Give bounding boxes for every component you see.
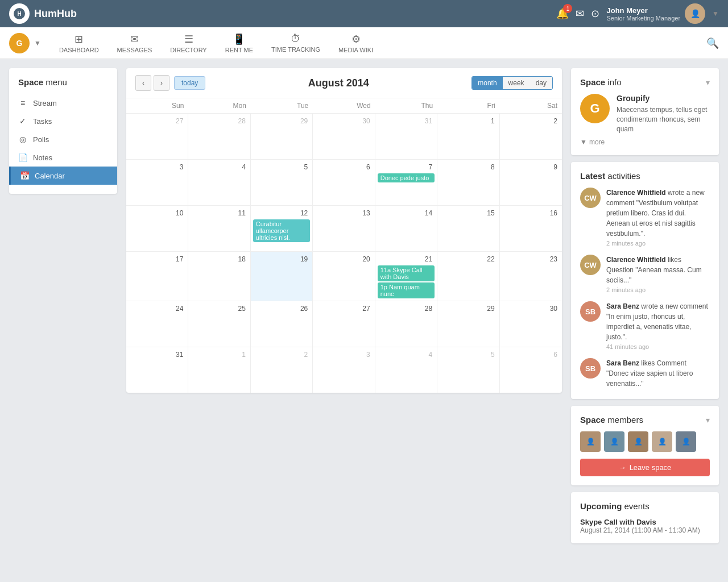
cal-cell[interactable]: 20 — [313, 252, 375, 301]
cal-cell[interactable]: 31 — [375, 114, 437, 159]
calendar-month-button[interactable]: month — [472, 77, 502, 89]
sidebar-item-stream[interactable]: ≡ Stream — [9, 94, 117, 112]
cal-cell[interactable]: 6 — [313, 160, 375, 205]
cal-cell[interactable]: 22 — [437, 252, 499, 301]
calendar-days-header: Sun Mon Tue Wed Thu Fri Sat — [126, 98, 562, 114]
nav-dashboard[interactable]: ⊞ DASHBOARD — [50, 27, 108, 59]
cal-cell-today[interactable]: 19 — [251, 252, 313, 301]
user-dropdown-arrow[interactable]: ▼ — [712, 10, 719, 18]
calendar-today-button[interactable]: today — [174, 76, 205, 90]
cal-cell-21[interactable]: 21 11a Skype Call with Davis 1p Nam quam… — [375, 252, 437, 301]
sidebar-item-notes[interactable]: 📄 Notes — [9, 148, 117, 167]
calendar-week: 31 1 2 3 4 5 6 — [126, 347, 562, 393]
calendar-event[interactable]: Curabitur ullamcorper ultricies nisl. — [253, 219, 310, 242]
cal-cell[interactable]: 4 — [188, 160, 250, 205]
cal-cell[interactable]: 5 — [251, 160, 313, 205]
clock-button[interactable]: ⊙ — [591, 7, 599, 20]
cal-cell[interactable]: 14 — [375, 206, 437, 251]
activity-text: Sara Benz wrote a new comment "In enim j… — [606, 301, 710, 342]
user-avatar[interactable]: 👤 — [685, 3, 705, 24]
notifications-button[interactable]: 🔔 1 — [556, 7, 569, 20]
sidebar-item-tasks[interactable]: ✓ Tasks — [9, 112, 117, 130]
member-avatar[interactable]: 👤 — [604, 431, 624, 452]
cal-cell[interactable]: 9 — [500, 160, 562, 205]
cal-cell[interactable]: 16 — [500, 206, 562, 251]
cal-cell[interactable]: 27 — [126, 114, 188, 159]
cal-cell[interactable]: 10 — [126, 206, 188, 251]
member-avatar[interactable]: 👤 — [580, 431, 601, 452]
sec-nav: G ▼ ⊞ DASHBOARD ✉ MESSAGES ☰ DIRECTORY 📱… — [0, 27, 728, 59]
cal-cell[interactable]: 28 — [375, 301, 437, 347]
sidebar-item-polls[interactable]: ◎ Polls — [9, 130, 117, 148]
space-info-chevron[interactable]: ▾ — [706, 78, 710, 87]
search-button[interactable]: 🔍 — [706, 37, 719, 49]
activity-item: CW Clarence Whitfield wrote a new commen… — [580, 188, 710, 247]
cal-cell[interactable]: 15 — [437, 206, 499, 251]
member-avatar[interactable]: 👤 — [628, 431, 648, 452]
sidebar-item-calendar[interactable]: 📅 Calendar — [9, 167, 117, 185]
activity-text: Sara Benz likes Comment "Donec vitae sap… — [606, 358, 710, 389]
cal-cell[interactable]: 28 — [188, 114, 250, 159]
space-members-chevron[interactable]: ▾ — [706, 415, 710, 425]
cal-cell-12[interactable]: 12 Curabitur ullamcorper ultricies nisl. — [251, 206, 313, 251]
cal-cell[interactable]: 2 — [251, 347, 313, 393]
cal-cell[interactable]: 29 — [251, 114, 313, 159]
cal-cell[interactable]: 3 — [313, 347, 375, 393]
directory-icon: ☰ — [184, 33, 193, 45]
cal-cell[interactable]: 3 — [126, 160, 188, 205]
calendar-prev-button[interactable]: ‹ — [135, 75, 151, 91]
calendar-next-button[interactable]: › — [154, 75, 169, 91]
cal-cell[interactable]: 23 — [500, 252, 562, 301]
upcoming-event-title: Skype Call with Davis — [580, 518, 710, 526]
cal-cell[interactable]: 5 — [437, 347, 499, 393]
calendar-event[interactable]: 1p Nam quam nunc — [378, 282, 435, 298]
messages-button[interactable]: ✉ — [576, 7, 584, 20]
space-members-card: Space members ▾ 👤 👤 👤 👤 👤 → Leave space — [571, 406, 719, 485]
activity-text: Clarence Whitfield wrote a new comment "… — [606, 188, 710, 239]
cal-cell[interactable]: 13 — [313, 206, 375, 251]
member-avatar[interactable]: 👤 — [652, 431, 672, 452]
leave-space-button[interactable]: → Leave space — [580, 459, 710, 476]
cal-cell-7[interactable]: 7 Donec pede justo — [375, 160, 437, 205]
cal-cell[interactable]: 4 — [375, 347, 437, 393]
cal-cell[interactable]: 18 — [188, 252, 250, 301]
activity-time: 41 minutes ago — [606, 343, 710, 350]
calendar-day-button[interactable]: day — [530, 77, 552, 89]
cal-cell[interactable]: 11 — [188, 206, 250, 251]
calendar-event[interactable]: Donec pede justo — [378, 173, 435, 182]
day-label-thu: Thu — [375, 98, 437, 113]
space-button[interactable]: G — [9, 33, 30, 53]
cal-cell[interactable]: 1 — [188, 347, 250, 393]
cal-cell[interactable]: 30 — [500, 301, 562, 347]
nav-directory[interactable]: ☰ DIRECTORY — [161, 27, 216, 59]
space-dropdown-arrow[interactable]: ▼ — [34, 39, 41, 47]
rent-me-icon: 📱 — [233, 33, 245, 45]
calendar-week-button[interactable]: week — [503, 77, 530, 89]
calendar-area: ‹ › today August 2014 month week day Sun… — [126, 68, 562, 573]
latest-activities-card: Latest activities CW Clarence Whitfield … — [571, 162, 719, 399]
cal-cell[interactable]: 30 — [313, 114, 375, 159]
cal-cell[interactable]: 26 — [251, 301, 313, 347]
cal-cell[interactable]: 31 — [126, 347, 188, 393]
cal-cell[interactable]: 29 — [437, 301, 499, 347]
space-info-card: Space info ▾ G Groupify Maecenas tempus,… — [571, 68, 719, 155]
nav-messages[interactable]: ✉ MESSAGES — [108, 27, 162, 59]
space-name: Groupify — [617, 94, 710, 103]
member-avatar[interactable]: 👤 — [676, 431, 696, 452]
calendar-card: ‹ › today August 2014 month week day Sun… — [126, 68, 562, 393]
nav-media-wiki[interactable]: ⚙ MEDIA WIKI — [329, 27, 382, 59]
cal-cell[interactable]: 27 — [313, 301, 375, 347]
cal-cell[interactable]: 6 — [500, 347, 562, 393]
nav-rent-me[interactable]: 📱 RENT ME — [216, 27, 262, 59]
cal-cell[interactable]: 24 — [126, 301, 188, 347]
nav-time-tracking[interactable]: ⏱ TIME TRACKING — [262, 27, 329, 59]
cal-cell[interactable]: 17 — [126, 252, 188, 301]
calendar-event[interactable]: 11a Skype Call with Davis — [378, 265, 435, 281]
cal-cell[interactable]: 25 — [188, 301, 250, 347]
space-more-link[interactable]: ▼ more — [580, 138, 710, 146]
main-content: Space menu ≡ Stream ✓ Tasks ◎ Polls 📄 No… — [0, 59, 728, 582]
cal-cell[interactable]: 1 — [437, 114, 499, 159]
cal-cell[interactable]: 2 — [500, 114, 562, 159]
activity-content: Sara Benz wrote a new comment "In enim j… — [606, 301, 710, 350]
cal-cell[interactable]: 8 — [437, 160, 499, 205]
